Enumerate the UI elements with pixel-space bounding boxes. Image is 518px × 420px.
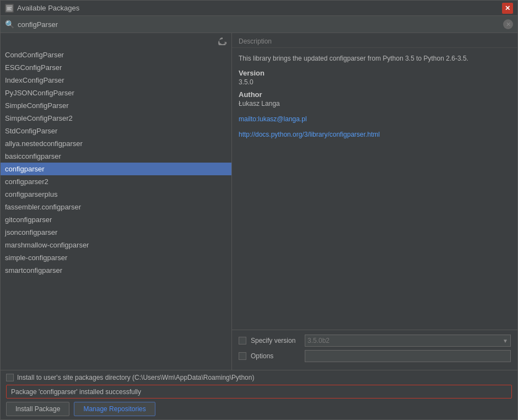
titlebar-left: Available Packages — [5, 4, 79, 13]
version-value: 3.5.0 — [239, 78, 511, 86]
search-bar: 🔍 ✕ — [1, 16, 517, 33]
list-item[interactable]: configparser2 — [1, 175, 231, 188]
bottom-bar: Install to user's site packages director… — [1, 370, 517, 419]
options-label: Options — [251, 352, 300, 360]
description-panel: Description This library brings the upda… — [232, 33, 517, 370]
manage-repositories-button[interactable]: Manage Repositories — [74, 402, 155, 416]
options-row: Options — [239, 350, 511, 362]
list-item[interactable]: fassembler.configparser — [1, 201, 231, 213]
list-item[interactable]: SimpleConfigParser — [1, 99, 231, 112]
button-row: Install Package Manage Repositories — [6, 402, 512, 416]
close-button[interactable]: ✕ — [502, 3, 513, 14]
install-package-button[interactable]: Install Package — [6, 402, 69, 416]
main-content: CondConfigParserESGConfigParserIndexConf… — [1, 33, 517, 370]
description-text: This library brings the updated configpa… — [239, 53, 511, 63]
status-box: Package 'configparser' installed success… — [6, 385, 512, 399]
titlebar: Available Packages ✕ — [1, 1, 517, 16]
refresh-icon[interactable] — [218, 36, 227, 47]
list-item[interactable]: smartconfigparser — [1, 264, 231, 277]
version-label: Version — [239, 69, 511, 77]
svg-rect-1 — [7, 7, 12, 8]
window-icon — [5, 4, 14, 13]
options-area: Specify version 3.5.0b2 ▼ Options — [232, 330, 517, 370]
specify-version-value: 3.5.0b2 — [307, 337, 330, 344]
specify-version-dropdown[interactable]: 3.5.0b2 ▼ — [305, 335, 511, 347]
search-icon: 🔍 — [5, 20, 14, 29]
list-item[interactable]: allya.nestedconfigparser — [1, 137, 231, 150]
description-header: Description — [232, 33, 517, 48]
list-item[interactable]: gitconfigparser — [1, 213, 231, 226]
options-checkbox[interactable] — [239, 352, 246, 360]
available-packages-window: Available Packages ✕ 🔍 ✕ CondConfigParse… — [0, 0, 518, 420]
specify-version-row: Specify version 3.5.0b2 ▼ — [239, 335, 511, 347]
author-label: Author — [239, 90, 511, 99]
list-item[interactable]: configparser — [1, 163, 231, 175]
list-item[interactable]: CondConfigParser — [1, 49, 231, 61]
install-checkbox[interactable] — [6, 374, 14, 381]
install-path-row: Install to user's site packages director… — [6, 374, 512, 381]
window-title: Available Packages — [17, 4, 79, 12]
list-item[interactable]: IndexConfigParser — [1, 74, 231, 87]
specify-version-checkbox[interactable] — [239, 337, 246, 344]
search-input[interactable] — [18, 20, 500, 29]
package-list: CondConfigParserESGConfigParserIndexConf… — [1, 33, 232, 370]
install-label: Install to user's site packages director… — [17, 374, 254, 381]
docs-link[interactable]: http://docs.python.org/3/library/configp… — [239, 131, 511, 138]
svg-rect-2 — [7, 8, 10, 9]
options-input[interactable] — [305, 350, 511, 362]
list-item[interactable]: basicconfigparser — [1, 150, 231, 163]
status-text: Package 'configparser' installed success… — [11, 388, 141, 396]
list-item[interactable]: configparserplus — [1, 188, 231, 201]
list-item[interactable]: jsonconfigparser — [1, 226, 231, 239]
list-item[interactable]: StdConfigParser — [1, 125, 231, 137]
dropdown-arrow-icon: ▼ — [503, 338, 508, 344]
list-item[interactable]: simple-configparser — [1, 251, 231, 264]
clear-icon[interactable]: ✕ — [503, 19, 513, 29]
svg-rect-3 — [7, 9, 11, 10]
author-value: Łukasz Langa — [239, 100, 511, 107]
specify-version-label: Specify version — [251, 337, 300, 344]
description-body: This library brings the updated configpa… — [232, 48, 517, 330]
list-item[interactable]: ESGConfigParser — [1, 61, 231, 74]
email-link[interactable]: mailto:lukasz@langa.pl — [239, 115, 511, 123]
list-item[interactable]: marshmallow-configparser — [1, 239, 231, 251]
list-item[interactable]: SimpleConfigParser2 — [1, 112, 231, 125]
list-item[interactable]: PyJSONConfigParser — [1, 87, 231, 99]
